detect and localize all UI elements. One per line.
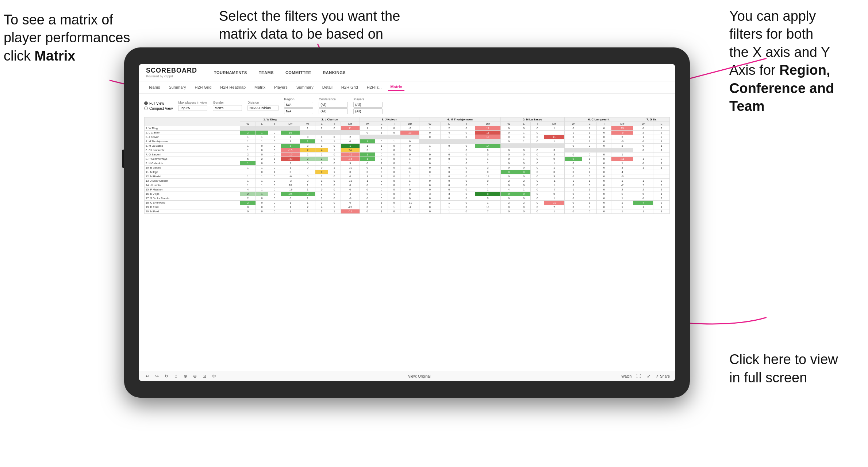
- gender-select[interactable]: Men's: [213, 105, 242, 111]
- subnav-matrix[interactable]: Matrix: [252, 84, 268, 90]
- conference-label: Conference: [319, 97, 348, 101]
- annotation-top-mid: Select the filters you want the matrix d…: [219, 7, 402, 43]
- share-button[interactable]: ↗ Share: [656, 374, 670, 378]
- full-view-option[interactable]: Full View: [144, 101, 173, 105]
- gender-filter: Gender Men's: [213, 101, 242, 111]
- sh-w5: W: [500, 122, 517, 126]
- toolbar-center: View: Original: [408, 374, 431, 378]
- player-name: 8. P Summerhays: [145, 157, 240, 161]
- ann-tr-line2: filters for both: [729, 26, 813, 42]
- conference-x-select[interactable]: (All): [319, 102, 348, 108]
- ann-tr-line4bold: Region,: [779, 62, 830, 78]
- sh-l6: L: [582, 122, 597, 126]
- ann-tr-line5bold: Conference and: [729, 81, 834, 96]
- share-icon: ↗: [656, 374, 658, 378]
- subnav-h2h-grid[interactable]: H2H Grid: [192, 84, 214, 90]
- table-row: 3. J Koivun 1102 0102 01013 04011 0103 1…: [145, 135, 670, 139]
- sh-d3: Dif: [400, 122, 419, 126]
- fit-icon[interactable]: ⊡: [201, 373, 208, 379]
- max-players-select[interactable]: Top 25: [178, 105, 207, 111]
- player-name: 5. M La Sasso: [145, 144, 240, 148]
- ann-tr-line4pre: Axis for: [729, 62, 779, 78]
- region-label: Region: [284, 97, 313, 101]
- sh-w3: W: [360, 122, 375, 126]
- sh-l3: L: [375, 122, 388, 126]
- redo-icon[interactable]: ↪: [154, 373, 160, 379]
- region-y-select[interactable]: N/A: [284, 108, 313, 114]
- table-row: 20. M Ford 0001 331-11 0101 0107 0001 00…: [145, 209, 670, 214]
- subnav-summary[interactable]: Summary: [166, 84, 188, 90]
- ann-tm-line2: matrix data to be based on: [219, 26, 383, 42]
- nav-teams[interactable]: TEAMS: [257, 69, 276, 76]
- refresh-icon[interactable]: ↻: [163, 373, 170, 379]
- tablet-frame: SCOREBOARD Powered by clippd TOURNAMENTS…: [124, 47, 690, 398]
- zoom-out-icon[interactable]: ⊖: [192, 373, 198, 379]
- col-header-2: 2. L Clanton: [300, 117, 360, 122]
- player-name: 19. D Ford: [145, 205, 240, 209]
- player-name: 9. N Gabrelcik: [145, 161, 240, 166]
- table-row: 17. S De La Fuente 2000 110-8 0000 0000 …: [145, 196, 670, 201]
- table-row: 11. M Ege 010 010 0001 0000 0000 0104: [145, 170, 670, 174]
- bottom-toolbar: ↩ ↪ ↻ ⌂ ⊕ ⊖ ⊡ ⚙ View: Original Watch ⛶ ⤢…: [139, 371, 675, 381]
- region-filter: Region N/A N/A: [284, 97, 313, 114]
- subnav-matrix2[interactable]: Matrix: [388, 84, 404, 91]
- main-nav: TOURNAMENTS TEAMS COMMITTEE RANKINGS: [212, 69, 348, 76]
- subnav-summary2[interactable]: Summary: [294, 84, 316, 90]
- conference-y-select[interactable]: (All): [319, 108, 348, 114]
- subnav-players[interactable]: Players: [272, 84, 290, 90]
- table-row: 12. M Riedel 110-6 5100 1101 10014 0003 …: [145, 174, 670, 179]
- region-x-select[interactable]: N/A: [284, 102, 313, 108]
- ann-tr-line6bold: Team: [729, 99, 764, 114]
- players-filter: Players (All) (All): [353, 97, 383, 114]
- table-row: 2. L Clanton 21016 01013 04011 010 110-6…: [145, 131, 670, 135]
- settings-icon[interactable]: ⚙: [211, 373, 217, 379]
- nav-tournaments[interactable]: TOURNAMENTS: [212, 69, 249, 76]
- compact-view-label: Compact View: [149, 107, 173, 111]
- col-header-6: 6. C Lamprecht: [564, 117, 633, 122]
- undo-icon[interactable]: ↩: [144, 373, 151, 379]
- brand-name: SCOREBOARD: [146, 67, 197, 74]
- annotation-top-right: You can apply filters for both the X axi…: [729, 7, 846, 115]
- player-name: 18. C Sherwood: [145, 201, 240, 205]
- annotation-bottom-right: Click here to view in full screen: [729, 351, 846, 387]
- home-icon[interactable]: ⌂: [173, 373, 179, 379]
- nav-committee[interactable]: COMMITTEE: [283, 69, 314, 76]
- col-header-7: 7. G Sa: [633, 117, 670, 122]
- full-view-radio[interactable]: [144, 101, 148, 105]
- sh-t2: T: [328, 122, 341, 126]
- table-row: 19. D Ford 0001 241-20 021-1 01013 0007 …: [145, 205, 670, 209]
- watch-label[interactable]: Watch: [621, 374, 631, 378]
- brand-logo: SCOREBOARD Powered by clippd: [146, 67, 197, 78]
- subnav-detail[interactable]: Detail: [320, 84, 335, 90]
- division-filter: Division NCAA Division I: [247, 101, 279, 111]
- players-y-select[interactable]: (All): [353, 108, 383, 114]
- table-row: 14. J Lundin 11010 1100 0001 0001 0001 0…: [145, 183, 670, 188]
- compact-view-option[interactable]: Compact View: [144, 107, 173, 111]
- app-header: SCOREBOARD Powered by clippd TOURNAMENTS…: [139, 64, 675, 81]
- subnav-h2h-heatmap[interactable]: H2H Heatmap: [218, 84, 248, 90]
- ann-tl-line3: click: [4, 48, 34, 63]
- nav-rankings[interactable]: RANKINGS: [320, 69, 348, 76]
- table-row: 8. P Summerhays 521-48 220-16 1001 0001 …: [145, 157, 670, 161]
- fullscreen-icon[interactable]: ⛶: [635, 373, 642, 379]
- view-original-label[interactable]: View: Original: [408, 374, 431, 378]
- max-players-label: Max players in view: [178, 101, 207, 104]
- expand-icon[interactable]: ⤢: [645, 373, 652, 379]
- division-label: Division: [247, 101, 279, 104]
- content-area: Full View Compact View Max players in vi…: [139, 94, 675, 371]
- sh-l1: L: [256, 122, 268, 126]
- view-options: Full View Compact View: [144, 101, 173, 111]
- ann-br-line1: Click here to view: [729, 352, 838, 367]
- subnav-h2h-grid2[interactable]: H2H Grid: [339, 84, 360, 90]
- table-row: 6. C Lamprecht 100-16 24124 3000 1106 00…: [145, 148, 670, 153]
- player-name: 4. M Thorbjornsen: [145, 139, 240, 144]
- zoom-icon[interactable]: ⊕: [182, 373, 189, 379]
- players-x-select[interactable]: (All): [353, 102, 383, 108]
- compact-view-radio[interactable]: [144, 107, 148, 110]
- division-select[interactable]: NCAA Division I: [247, 105, 279, 111]
- sh-w1: W: [240, 122, 256, 126]
- sh-t4: T: [458, 122, 475, 126]
- player-name: 11. M Ege: [145, 170, 240, 174]
- subnav-h2htr[interactable]: H2HTr...: [365, 84, 384, 90]
- subnav-teams[interactable]: Teams: [146, 84, 162, 90]
